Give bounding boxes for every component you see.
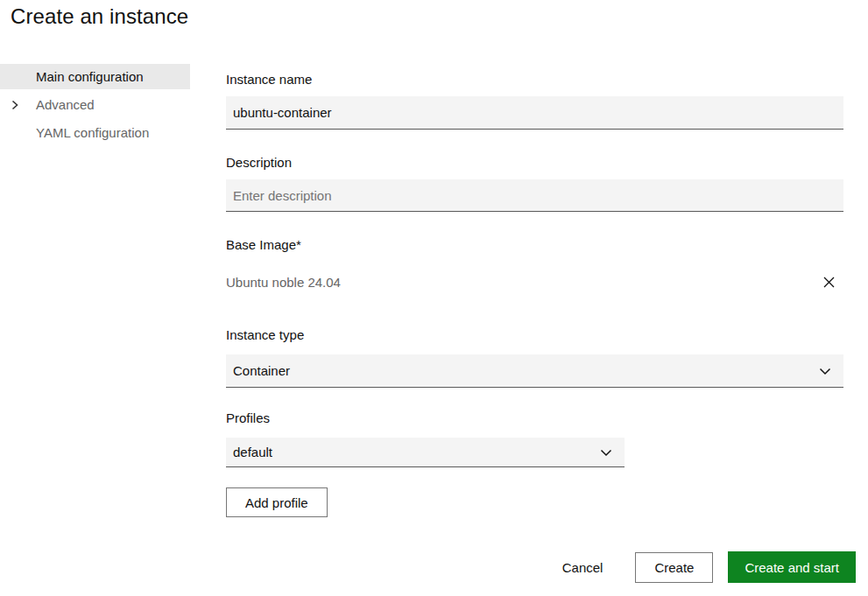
- page-title: Create an instance: [11, 4, 188, 29]
- chevron-down-icon: [599, 445, 613, 459]
- instance-type-select[interactable]: Container: [226, 354, 843, 388]
- create-button[interactable]: Create: [635, 552, 713, 583]
- cancel-button[interactable]: Cancel: [559, 551, 607, 583]
- instance-name-label: Instance name: [226, 72, 312, 87]
- profiles-label: Profiles: [226, 410, 270, 425]
- sidebar-item-yaml-configuration[interactable]: YAML configuration: [0, 120, 190, 145]
- chevron-right-icon[interactable]: [10, 100, 20, 110]
- description-label: Description: [226, 155, 292, 170]
- profiles-value: default: [233, 445, 272, 459]
- dialog-footer: Cancel Create Create and start: [559, 551, 856, 583]
- sidebar-item-advanced[interactable]: Advanced: [0, 92, 190, 117]
- sidebar-item-label: Main configuration: [36, 69, 144, 84]
- profiles-select[interactable]: default: [226, 438, 625, 467]
- base-image-label: Base Image*: [226, 237, 301, 252]
- instance-type-label: Instance type: [226, 327, 304, 342]
- instance-type-value: Container: [233, 363, 290, 378]
- create-instance-dialog: Create an instance Main configuration Ad…: [0, 0, 868, 596]
- form-navigation: Main configuration Advanced YAML configu…: [0, 64, 190, 148]
- create-and-start-button[interactable]: Create and start: [728, 551, 856, 583]
- sidebar-item-label: YAML configuration: [36, 125, 149, 140]
- chevron-down-icon: [818, 364, 832, 378]
- description-input[interactable]: [226, 179, 843, 212]
- instance-name-input[interactable]: [226, 96, 843, 130]
- sidebar-item-label: Advanced: [36, 97, 95, 112]
- base-image-value: Ubuntu noble 24.04: [226, 275, 341, 290]
- base-image-row: Ubuntu noble 24.04: [226, 272, 843, 291]
- close-icon[interactable]: [819, 272, 838, 291]
- sidebar-item-main-configuration[interactable]: Main configuration: [0, 64, 190, 89]
- add-profile-button[interactable]: Add profile: [226, 487, 328, 517]
